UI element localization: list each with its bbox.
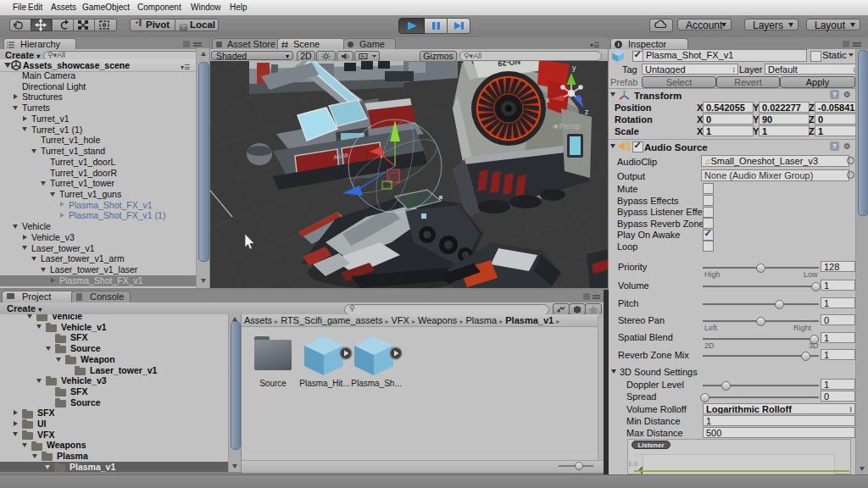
svg-text:x: x xyxy=(546,96,550,104)
svg-text:y: y xyxy=(572,64,576,72)
svg-text:◄Persp: ◄Persp xyxy=(551,121,580,130)
svg-text:z: z xyxy=(585,108,589,116)
